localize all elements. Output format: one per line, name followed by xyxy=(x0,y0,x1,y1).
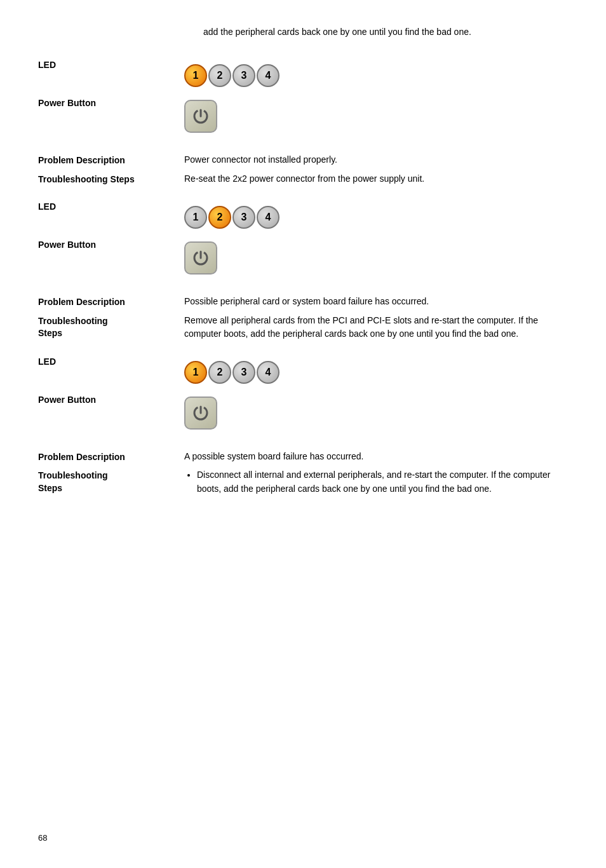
power-icon-1 xyxy=(184,100,217,133)
problem-desc-row-2: Problem Description Possible peripheral … xyxy=(38,295,568,309)
led-indicators-2: 1 2 3 4 xyxy=(184,200,568,233)
problem-desc-label-3: Problem Description xyxy=(38,450,184,464)
power-icon-3 xyxy=(184,397,217,430)
troubleshooting-list-item-3-1: Disconnect all internal and external per… xyxy=(197,468,568,496)
led-1-4: 4 xyxy=(257,64,279,87)
intro-text: add the peripheral cards back one by one… xyxy=(203,25,568,39)
problem-desc-label-2: Problem Description xyxy=(38,295,184,309)
troubleshooting-row-1: Troubleshooting Steps Re-seat the 2x2 po… xyxy=(38,172,568,186)
problem-desc-row-3: Problem Description A possible system bo… xyxy=(38,450,568,464)
power-button-label-2: Power Button xyxy=(38,238,184,252)
power-button-row-1: Power Button xyxy=(38,96,568,137)
led-label-3: LED xyxy=(38,355,184,369)
led-row-1: LED 1 2 3 4 xyxy=(38,58,568,91)
power-icon-2 xyxy=(184,241,217,275)
troubleshooting-row-3: Troubleshooting Steps Disconnect all int… xyxy=(38,468,568,498)
section-2: LED 1 2 3 4 Power Button xyxy=(38,200,568,341)
power-button-icon-3 xyxy=(184,393,568,433)
led-1-3: 3 xyxy=(232,64,255,87)
troubleshooting-content-3: Disconnect all internal and external per… xyxy=(184,468,568,498)
power-button-row-2: Power Button xyxy=(38,238,568,278)
led-1-2: 2 xyxy=(208,64,231,87)
led-label-2: LED xyxy=(38,200,184,214)
power-button-row-3: Power Button xyxy=(38,393,568,433)
problem-desc-row-1: Problem Description Power connector not … xyxy=(38,153,568,167)
led-indicators-3: 1 2 3 4 xyxy=(184,355,568,388)
problem-desc-text-3: A possible system board failure has occu… xyxy=(184,450,568,463)
section-1: LED 1 2 3 4 Power Button xyxy=(38,58,568,186)
led-row-3: LED 1 2 3 4 xyxy=(38,355,568,388)
led-3-2: 2 xyxy=(208,361,231,384)
troubleshooting-label-3: Troubleshooting Steps xyxy=(38,468,184,494)
led-2-3: 3 xyxy=(232,206,255,229)
problem-desc-text-2: Possible peripheral card or system board… xyxy=(184,295,568,308)
problem-desc-label-1: Problem Description xyxy=(38,153,184,167)
led-2-1: 1 xyxy=(184,206,207,229)
led-indicators-1: 1 2 3 4 xyxy=(184,58,568,91)
power-button-icon-2 xyxy=(184,238,568,278)
led-2-4: 4 xyxy=(257,206,279,229)
power-button-label-1: Power Button xyxy=(38,96,184,110)
page-content: add the peripheral cards back one by one… xyxy=(38,25,568,499)
troubleshooting-text-2: Remove all peripheral cards from the PCI… xyxy=(184,314,568,341)
problem-desc-text-1: Power connector not installed properly. xyxy=(184,153,568,166)
power-button-label-3: Power Button xyxy=(38,393,184,407)
troubleshooting-row-2: Troubleshooting Steps Remove all periphe… xyxy=(38,314,568,341)
led-1-1: 1 xyxy=(184,64,207,87)
led-2-2: 2 xyxy=(208,206,231,229)
led-label-1: LED xyxy=(38,58,184,72)
power-button-icon-1 xyxy=(184,96,568,137)
troubleshooting-text-1: Re-seat the 2x2 power connector from the… xyxy=(184,172,568,186)
troubleshooting-label-2: Troubleshooting Steps xyxy=(38,314,184,340)
page-number: 68 xyxy=(38,833,47,843)
led-3-4: 4 xyxy=(257,361,279,384)
led-row-2: LED 1 2 3 4 xyxy=(38,200,568,233)
troubleshooting-list-3: Disconnect all internal and external per… xyxy=(184,468,568,496)
led-3-1: 1 xyxy=(184,361,207,384)
section-3: LED 1 2 3 4 Power Button xyxy=(38,355,568,499)
led-3-3: 3 xyxy=(232,361,255,384)
troubleshooting-label-1: Troubleshooting Steps xyxy=(38,172,184,186)
